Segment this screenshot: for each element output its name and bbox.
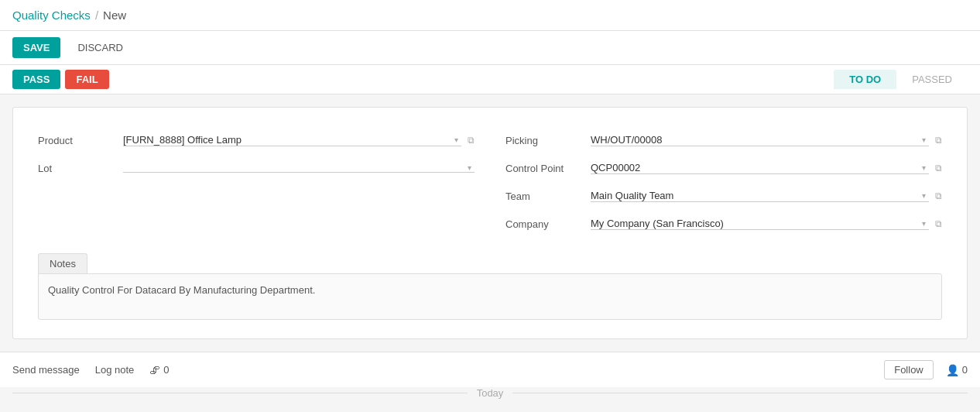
- product-dropdown-icon[interactable]: ▾: [451, 136, 461, 144]
- breadcrumb: Quality Checks / New: [12, 9, 126, 22]
- lot-dropdown-icon[interactable]: ▾: [464, 163, 475, 172]
- today-label: Today: [477, 387, 504, 399]
- picking-row: Picking WH/OUT/00008 ▾ ⧉: [505, 126, 942, 154]
- breadcrumb-separator: /: [95, 9, 98, 22]
- product-field: [FURN_8888] Office Lamp ▾ ⧉: [123, 134, 475, 146]
- team-value[interactable]: Main Quality Team: [591, 190, 919, 201]
- company-row: Company My Company (San Francisco) ▾ ⧉: [505, 210, 942, 238]
- team-dropdown-icon[interactable]: ▾: [919, 191, 929, 200]
- picking-field: WH/OUT/00008 ▾ ⧉: [591, 134, 942, 146]
- form-card: Product [FURN_8888] Office Lamp ▾ ⧉ Lot: [12, 107, 968, 339]
- product-external-icon[interactable]: ⧉: [468, 135, 475, 146]
- team-field: Main Quality Team ▾ ⧉: [591, 190, 942, 202]
- toolbar: SAVE DISCARD: [0, 31, 980, 65]
- breadcrumb-bar: Quality Checks / New: [0, 0, 980, 31]
- breadcrumb-parent[interactable]: Quality Checks: [12, 9, 91, 22]
- status-todo[interactable]: TO DO: [834, 70, 896, 89]
- picking-wrapper: WH/OUT/00008 ▾: [591, 134, 929, 146]
- status-bar: TO DO PASSED: [834, 70, 968, 89]
- lot-field: ▾: [123, 163, 475, 173]
- person-icon: 👤: [946, 364, 959, 376]
- status-passed[interactable]: PASSED: [896, 70, 968, 89]
- control-point-row: Control Point QCP00002 ▾ ⧉: [505, 154, 942, 182]
- control-point-value[interactable]: QCP00002: [591, 162, 919, 173]
- fail-button[interactable]: FAIL: [65, 70, 108, 89]
- follow-button[interactable]: Follow: [884, 360, 934, 379]
- log-note-button[interactable]: Log note: [95, 364, 135, 376]
- followers-count: 👤 0: [946, 364, 968, 376]
- action-buttons: PASS FAIL: [12, 70, 109, 89]
- company-external-icon[interactable]: ⧉: [935, 218, 942, 229]
- notes-text: Quality Control For Datacard By Manufact…: [48, 284, 315, 296]
- lot-label: Lot: [38, 163, 123, 174]
- main-content: Product [FURN_8888] Office Lamp ▾ ⧉ Lot: [0, 94, 980, 352]
- followers-number: 0: [962, 364, 968, 376]
- product-wrapper: [FURN_8888] Office Lamp ▾: [123, 134, 461, 146]
- activities-count: 0: [163, 364, 169, 376]
- control-point-label: Control Point: [505, 163, 591, 174]
- team-label: Team: [505, 191, 591, 202]
- company-field: My Company (San Francisco) ▾ ⧉: [591, 218, 942, 230]
- company-label: Company: [505, 218, 591, 230]
- product-value[interactable]: [FURN_8888] Office Lamp: [123, 134, 451, 146]
- control-point-field: QCP00002 ▾ ⧉: [591, 162, 942, 174]
- control-point-wrapper: QCP00002 ▾: [591, 162, 929, 174]
- product-label: Product: [38, 135, 123, 146]
- form-grid: Product [FURN_8888] Office Lamp ▾ ⧉ Lot: [38, 126, 942, 238]
- team-external-icon[interactable]: ⧉: [935, 191, 942, 201]
- notes-section: Notes Quality Control For Datacard By Ma…: [38, 253, 942, 320]
- picking-external-icon[interactable]: ⧉: [935, 135, 942, 146]
- product-row: Product [FURN_8888] Office Lamp ▾ ⧉: [38, 126, 475, 154]
- paperclip-icon: 🖇: [149, 364, 160, 376]
- picking-value[interactable]: WH/OUT/00008: [591, 134, 919, 146]
- picking-label: Picking: [505, 135, 591, 146]
- team-wrapper: Main Quality Team ▾: [591, 190, 929, 202]
- chatter-bar: Send message Log note 🖇 0 Follow 👤 0: [0, 352, 980, 387]
- action-bar: PASS FAIL TO DO PASSED: [0, 65, 980, 94]
- control-point-dropdown-icon[interactable]: ▾: [919, 163, 929, 172]
- activities-button[interactable]: 🖇 0: [149, 364, 169, 376]
- notes-content: Quality Control For Datacard By Manufact…: [38, 273, 942, 320]
- today-divider: Today: [12, 387, 968, 399]
- breadcrumb-current: New: [103, 9, 126, 22]
- company-value[interactable]: My Company (San Francisco): [591, 218, 919, 229]
- control-point-external-icon[interactable]: ⧉: [935, 163, 942, 173]
- send-message-button[interactable]: Send message: [12, 364, 80, 376]
- save-button[interactable]: SAVE: [12, 37, 60, 58]
- company-wrapper: My Company (San Francisco) ▾: [591, 218, 929, 230]
- today-section: Today: [0, 387, 980, 399]
- team-row: Team Main Quality Team ▾ ⧉: [505, 182, 942, 210]
- company-dropdown-icon[interactable]: ▾: [919, 219, 929, 228]
- notes-tab[interactable]: Notes: [38, 253, 87, 273]
- form-left: Product [FURN_8888] Office Lamp ▾ ⧉ Lot: [38, 126, 475, 238]
- lot-wrapper: ▾: [123, 163, 475, 173]
- pass-button[interactable]: PASS: [12, 70, 60, 89]
- lot-row: Lot ▾: [38, 154, 475, 182]
- chatter-right: Follow 👤 0: [884, 360, 968, 379]
- form-right: Picking WH/OUT/00008 ▾ ⧉ Control Point: [505, 126, 942, 238]
- picking-dropdown-icon[interactable]: ▾: [919, 136, 929, 144]
- discard-button[interactable]: DISCARD: [67, 37, 134, 58]
